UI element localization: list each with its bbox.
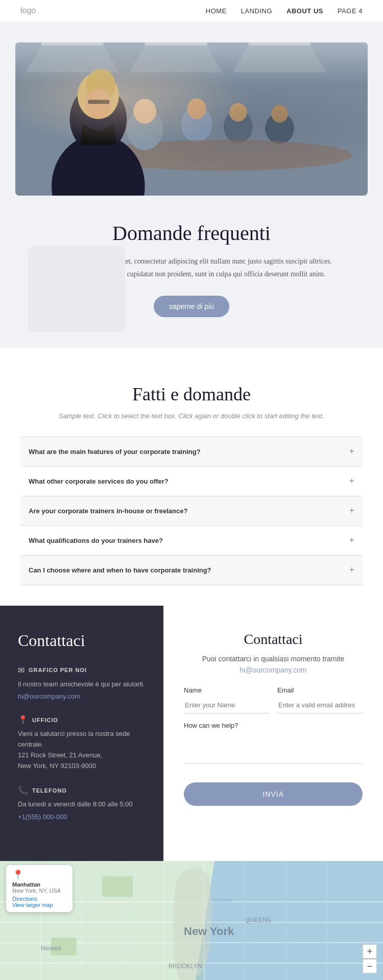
faq-item-3[interactable]: Are your corporate trainers in-house or …	[20, 496, 363, 526]
nav-link-page4[interactable]: PAGE 4	[338, 7, 363, 15]
contact-right-panel: Contattaci Puoi contattarci in qualsiasi…	[163, 606, 383, 862]
svg-rect-38	[102, 876, 133, 897]
form-submit-button[interactable]: INVIA	[184, 782, 363, 806]
form-message-input[interactable]	[184, 733, 363, 764]
faq-plus-5: +	[349, 565, 354, 576]
hero-photo-svg	[15, 42, 368, 196]
faq-section: Fatti e domande Sample text. Click to se…	[0, 348, 383, 606]
phone-icon: 📞	[18, 785, 28, 795]
contact-office-header: 📍 UFFICIO	[18, 715, 146, 725]
svg-point-9	[224, 110, 253, 144]
logo: logo	[20, 6, 36, 15]
svg-point-20	[127, 109, 163, 150]
nav-link-home[interactable]: HOME	[206, 7, 227, 15]
map-view-larger[interactable]: View larger map	[12, 902, 53, 908]
svg-text:New York: New York	[184, 925, 234, 938]
svg-rect-0	[15, 42, 368, 196]
hero-card-overlay	[28, 246, 125, 332]
faq-plus-4: +	[349, 535, 354, 546]
form-message-field: How can we help?	[184, 722, 363, 766]
svg-point-21	[133, 99, 156, 124]
svg-rect-1	[41, 42, 104, 45]
map-location-name: Manhattan	[12, 881, 66, 888]
contact-office-title: UFFICIO	[32, 717, 58, 723]
svg-text:BROOKLYN: BROOKLYN	[169, 963, 202, 970]
contact-email-link[interactable]: hi@ourcompany.com	[18, 692, 80, 700]
svg-rect-3	[249, 42, 311, 45]
svg-point-8	[187, 98, 206, 119]
svg-rect-2	[145, 42, 207, 45]
faq-list: What are the main features of your corpo…	[20, 437, 363, 585]
contact-right-title: Contattaci	[184, 631, 363, 648]
svg-rect-22	[204, 861, 383, 980]
contact-office-text: Vieni a salutarci presso la nostra sede …	[18, 729, 146, 771]
faq-plus-1: +	[349, 446, 354, 457]
svg-text:QUEENS: QUEENS	[245, 917, 271, 924]
contact-phone-block: 📞 TELEFONO Da lunedi a venerdi dalle 8:0…	[18, 785, 146, 821]
faq-item-2[interactable]: What other corporate services do you off…	[20, 467, 363, 496]
nav-links: HOME LANDING ABOUT US PAGE 4	[206, 7, 363, 15]
map-pin-popup: 📍 Manhattan New York, NY, USA Directions…	[6, 865, 73, 912]
nav-link-landing[interactable]: LANDING	[241, 7, 272, 15]
faq-item-1[interactable]: What are the main features of your corpo…	[20, 437, 363, 467]
faq-question-3: Are your corporate trainers in-house or …	[29, 507, 187, 515]
form-email-label: Email	[277, 686, 363, 694]
map-pin-icon: 📍	[12, 869, 66, 880]
form-email-input[interactable]	[277, 697, 363, 713]
contact-form: Name Email How can we help? INVIA	[184, 686, 363, 806]
faq-question-4: What qualifications do your trainers hav…	[29, 537, 163, 544]
faq-item-5[interactable]: Can I choose where and when to have corp…	[20, 556, 363, 585]
faq-plus-3: +	[349, 506, 354, 516]
map-background: New York BROOKLYN QUEENS Newark Hudson 📍…	[0, 861, 383, 980]
contact-right-subtitle: Puoi contattarci in qualsiasi momento tr…	[184, 655, 363, 663]
faq-question-2: What other corporate services do you off…	[29, 477, 169, 485]
contact-left-panel: Contattaci ✉ GRAFICO PER NOI Il nostro t…	[0, 606, 163, 862]
svg-point-13	[93, 140, 352, 171]
hero-inner: Domande frequenti Lorem ipsum dolor sit …	[15, 42, 368, 317]
svg-point-14	[52, 134, 145, 196]
faq-question-5: Can I choose where and when to have corp…	[29, 566, 211, 574]
svg-rect-19	[88, 100, 110, 104]
map-directions-link[interactable]: Directions	[12, 896, 37, 902]
hero-title: Domande frequenti	[36, 221, 347, 245]
svg-point-17	[86, 69, 115, 102]
svg-point-7	[181, 106, 212, 142]
map-zoom-in[interactable]: +	[363, 944, 377, 959]
contact-phone-title: TELEFONO	[32, 787, 67, 794]
contact-phone-header: 📞 TELEFONO	[18, 785, 146, 795]
svg-point-16	[78, 73, 119, 119]
navbar: logo HOME LANDING ABOUT US PAGE 4	[0, 0, 383, 22]
contact-right-email[interactable]: hi@ourcompany.com	[184, 666, 363, 674]
contact-email-title: GRAFICO PER NOI	[29, 667, 87, 673]
contact-email-block: ✉ GRAFICO PER NOI Il nostro team amichev…	[18, 665, 146, 701]
svg-point-12	[271, 105, 288, 123]
map-controls: + −	[363, 944, 377, 973]
svg-marker-5	[129, 45, 223, 73]
map-location-sub: New York, NY, USA	[12, 888, 66, 894]
email-icon: ✉	[18, 665, 25, 675]
svg-point-10	[229, 103, 247, 122]
faq-plus-2: +	[349, 476, 354, 487]
contact-phone-text: Da lunedi a venerdi dalle 8:00 alle 5:00	[18, 799, 146, 810]
faq-question-1: What are the main features of your corpo…	[29, 448, 201, 456]
hero-cta-button[interactable]: saperne di più	[154, 296, 229, 317]
svg-point-15	[70, 85, 127, 153]
form-name-field: Name	[184, 686, 269, 713]
form-name-label: Name	[184, 686, 269, 694]
contact-phone-link[interactable]: +1(555) 000-000	[18, 813, 67, 821]
hero-section: Domande frequenti Lorem ipsum dolor sit …	[0, 22, 383, 348]
svg-point-18	[85, 89, 111, 118]
nav-link-about[interactable]: ABOUT US	[286, 7, 323, 15]
contact-office-block: 📍 UFFICIO Vieni a salutarci presso la no…	[18, 715, 146, 771]
form-message-label: How can we help?	[184, 722, 363, 729]
svg-marker-6	[233, 45, 326, 73]
faq-title: Fatti e domande	[20, 384, 363, 405]
map-zoom-out[interactable]: −	[363, 959, 377, 973]
faq-subtitle: Sample text. Click to select the text bo…	[20, 411, 363, 421]
location-icon: 📍	[18, 715, 28, 725]
faq-item-4[interactable]: What qualifications do your trainers hav…	[20, 526, 363, 556]
contact-email-text: Il nostro team amichevole è qui per aiut…	[18, 679, 146, 690]
contact-left-title: Contattaci	[18, 631, 146, 650]
form-name-input[interactable]	[184, 697, 269, 713]
svg-text:Newark: Newark	[41, 945, 62, 952]
